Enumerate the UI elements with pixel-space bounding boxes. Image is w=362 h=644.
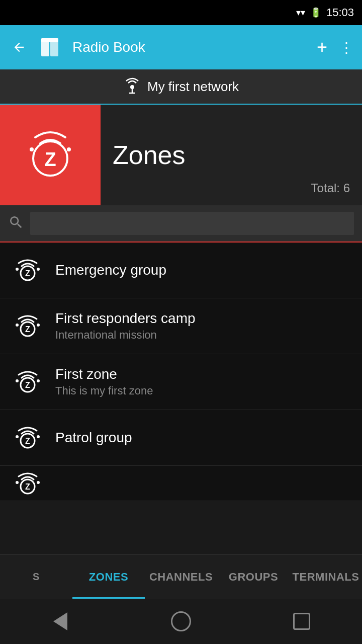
zone-title-area: Zones — [101, 130, 362, 180]
status-bar: ▾▾ 🔋 15:03 — [0, 0, 362, 25]
tab-label-terminals: TERMINALS — [293, 571, 359, 584]
list-item[interactable]: Z — [0, 466, 362, 501]
svg-text:Z: Z — [44, 149, 56, 170]
zone-total: Total: 6 — [311, 181, 350, 195]
svg-text:Z: Z — [25, 437, 30, 445]
svg-rect-2 — [41, 38, 58, 42]
network-header: My first network — [0, 69, 362, 105]
zone-item-icon: Z — [10, 466, 45, 501]
nav-back-button[interactable] — [45, 606, 75, 636]
list-item[interactable]: Z Patrol group — [0, 410, 362, 466]
zone-item-text: First zone This is my first zone — [55, 366, 153, 397]
nav-home-button[interactable] — [166, 606, 196, 636]
svg-text:Z: Z — [25, 381, 30, 389]
zone-item-name: First zone — [55, 366, 153, 382]
add-button[interactable]: + — [317, 38, 327, 56]
svg-point-13 — [37, 268, 40, 271]
tab-item-terminals[interactable]: TERMINALS — [290, 555, 362, 599]
network-title: My first network — [147, 79, 239, 95]
tab-item-s[interactable]: S — [0, 555, 72, 599]
svg-point-9 — [67, 147, 71, 151]
list-item[interactable]: Z First responders camp International mi… — [0, 298, 362, 354]
zones-list: Z Emergency group Z First responders c — [0, 243, 362, 501]
zone-logo-box: Z — [0, 105, 101, 205]
zone-item-icon: Z — [10, 308, 45, 344]
network-antenna-icon — [123, 76, 141, 98]
app-logo — [38, 34, 64, 60]
tab-item-channels[interactable]: CHANNELS — [145, 555, 217, 599]
svg-point-20 — [16, 379, 19, 382]
app-bar: Radio Book + ⋮ — [0, 25, 362, 69]
svg-point-25 — [37, 435, 40, 438]
nav-recent-button[interactable] — [287, 606, 317, 636]
status-icons: ▾▾ 🔋 15:03 — [296, 6, 354, 19]
tab-label-channels: CHANNELS — [149, 571, 213, 584]
search-input[interactable] — [30, 212, 354, 235]
tab-label-s: S — [33, 571, 40, 583]
zone-item-text: Emergency group — [55, 262, 166, 278]
svg-point-16 — [16, 324, 19, 327]
system-nav-bar — [0, 599, 362, 644]
svg-point-24 — [16, 435, 19, 438]
zone-item-subtitle: This is my first zone — [55, 384, 153, 397]
list-item[interactable]: Z First zone This is my first zone — [0, 354, 362, 410]
tab-bar: S ZONES CHANNELS GROUPS TERMINALS — [0, 554, 362, 599]
svg-point-28 — [16, 481, 19, 484]
tab-label-groups: GROUPS — [229, 571, 278, 584]
zone-item-name: Patrol group — [55, 430, 132, 446]
svg-point-21 — [37, 379, 40, 382]
app-bar-actions: + ⋮ — [317, 38, 354, 56]
zone-item-name: Emergency group — [55, 262, 166, 278]
zone-item-text: First responders camp International miss… — [55, 310, 196, 342]
search-icon — [8, 214, 24, 232]
status-time: 15:03 — [326, 6, 354, 19]
svg-point-8 — [30, 147, 34, 151]
menu-button[interactable]: ⋮ — [339, 39, 354, 56]
battery-icon: 🔋 — [310, 7, 321, 18]
zone-item-icon: Z — [10, 253, 45, 288]
zone-item-text: Patrol group — [55, 430, 132, 446]
app-title: Radio Book — [72, 39, 309, 55]
zone-header: Z Zones Total: 6 — [0, 105, 362, 205]
svg-text:Z: Z — [25, 269, 30, 278]
zone-item-name: First responders camp — [55, 310, 196, 327]
svg-point-12 — [16, 268, 19, 271]
tab-item-zones[interactable]: ZONES — [72, 555, 145, 599]
zone-item-icon: Z — [10, 364, 45, 399]
tab-label-zones: ZONES — [89, 571, 128, 584]
wifi-icon: ▾▾ — [296, 7, 305, 18]
back-button[interactable] — [8, 40, 30, 54]
zone-item-subtitle: International mission — [55, 329, 196, 342]
svg-text:Z: Z — [25, 325, 30, 334]
zone-logo: Z — [18, 122, 83, 188]
list-item[interactable]: Z Emergency group — [0, 243, 362, 298]
svg-point-17 — [37, 324, 40, 327]
svg-point-29 — [37, 481, 40, 484]
search-bar — [0, 205, 362, 243]
zone-item-icon: Z — [10, 420, 45, 455]
tab-item-groups[interactable]: GROUPS — [217, 555, 290, 599]
zone-title: Zones — [113, 140, 350, 170]
svg-text:Z: Z — [25, 482, 30, 491]
